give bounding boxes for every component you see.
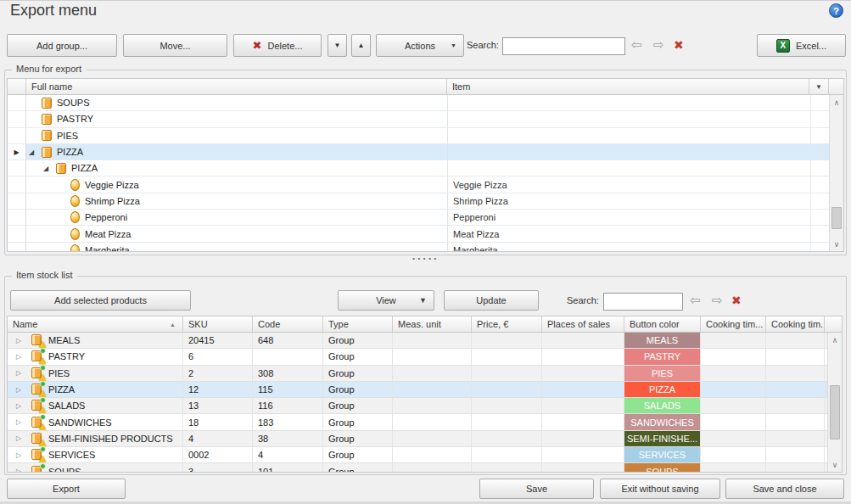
column-header-code[interactable]: Code <box>253 316 323 332</box>
name-label: SALADS <box>48 400 85 411</box>
move-down-button[interactable]: ▼ <box>328 34 347 57</box>
tree-node-label: PIZZA <box>71 163 98 173</box>
scroll-up-icon[interactable]: ∧ <box>830 95 843 109</box>
stock-table-row[interactable]: ▷PIZZA12115GroupPIZZA <box>8 382 842 398</box>
scroll-down-icon[interactable]: ∨ <box>830 237 843 251</box>
button-color-cell: SERVICES <box>624 447 701 462</box>
chevron-down-icon: ▼ <box>451 42 456 48</box>
delete-label: Delete... <box>267 41 302 51</box>
cell-value: Group <box>328 384 355 395</box>
excel-button[interactable]: X Excel... <box>757 34 846 57</box>
column-header-name[interactable]: Name▲ <box>8 316 183 332</box>
column-header-price[interactable]: Price, € <box>472 316 542 332</box>
column-header-cooking-tim[interactable]: Cooking tim... <box>766 316 825 332</box>
stock-search-input[interactable] <box>603 293 683 311</box>
stock-grid-scrollbar[interactable]: ∧ ∨ <box>827 333 842 472</box>
expand-icon[interactable]: ▷ <box>16 386 26 394</box>
expand-collapse-icon[interactable]: ◢ <box>29 148 42 156</box>
item-cell <box>448 111 811 126</box>
column-header-sku[interactable]: SKU <box>183 316 253 332</box>
full-name-cell: PIES <box>26 128 448 143</box>
column-header-full-name[interactable]: Full name <box>26 79 447 94</box>
stock-search-prev-icon[interactable]: ⇦ <box>690 294 701 307</box>
expand-icon[interactable]: ▷ <box>16 337 26 344</box>
group-folder-icon <box>42 98 52 109</box>
menu-tree-row[interactable]: ◢PIZZA <box>8 160 843 176</box>
save-button[interactable]: Save <box>479 479 594 499</box>
places-of-sales-cell <box>542 414 624 429</box>
item-cell: Meat Pizza <box>448 226 811 241</box>
scrollbar-thumb[interactable] <box>830 385 840 440</box>
menu-tree-row[interactable]: Shrimp PizzaShrimp Pizza <box>8 193 843 210</box>
help-icon[interactable]: ? <box>829 3 843 18</box>
export-button[interactable]: Export <box>7 479 126 499</box>
column-header-meas-unit[interactable]: Meas. unit <box>393 316 472 332</box>
expand-icon[interactable]: ▷ <box>16 369 26 377</box>
column-header-places-of-sales[interactable]: Places of sales <box>542 316 624 332</box>
splitter-handle[interactable]: ····· <box>0 255 851 265</box>
exit-without-saving-button[interactable]: Exit without saving <box>600 479 720 499</box>
expand-icon[interactable]: ▷ <box>16 402 26 410</box>
column-filter-dropdown-icon[interactable]: ▼ <box>809 79 829 94</box>
save-and-close-button[interactable]: Save and close <box>725 479 844 499</box>
menu-tree-row[interactable]: PepperoniPepperoni <box>8 210 843 226</box>
column-header-cooking-tim[interactable]: Cooking tim... <box>701 316 766 332</box>
update-button[interactable]: Update <box>444 290 539 311</box>
add-group-button[interactable]: Add group... <box>7 34 117 57</box>
price-cell <box>472 349 542 364</box>
stock-search-clear-icon[interactable]: ✖ <box>731 294 742 307</box>
menu-tree-row[interactable]: Meat PizzaMeat Pizza <box>8 226 843 242</box>
add-selected-products-button[interactable]: Add selected products <box>10 290 191 311</box>
move-up-button[interactable]: ▲ <box>351 34 371 57</box>
stock-table-row[interactable]: ▷PIES2308GroupPIES <box>8 366 842 382</box>
delete-button[interactable]: ✖ Delete... <box>233 34 322 57</box>
scroll-up-icon[interactable]: ∧ <box>828 333 842 347</box>
search-clear-icon[interactable]: ✖ <box>674 38 684 52</box>
column-header-type[interactable]: Type <box>323 316 393 332</box>
menu-tree-row[interactable]: MargheritaMargherita <box>8 243 843 252</box>
menu-grid-scrollbar[interactable]: ∧ ∨ <box>829 95 843 251</box>
actions-dropdown-button[interactable]: Actions ▼ <box>376 34 464 57</box>
stock-table-row[interactable]: ▷SEMI-FINISHED PRODUCTS438GroupSEMI-FINI… <box>8 431 842 447</box>
stock-table-row[interactable]: ▷SOUPS3101GroupSOUPS <box>8 463 842 473</box>
cell-value: 3 <box>188 467 193 473</box>
search-input[interactable] <box>502 37 625 55</box>
cooking-time-cell <box>766 349 825 364</box>
menu-tree-row[interactable]: PIES <box>8 128 843 144</box>
row-indicator-cell <box>8 111 26 126</box>
stock-search-next-icon[interactable]: ⇨ <box>712 294 723 307</box>
sku-cell: 3 <box>183 463 253 473</box>
stock-table-row[interactable]: ▷SANDWICHES18183GroupSANDWICHES <box>8 414 842 430</box>
column-header-item[interactable]: Item <box>447 79 809 94</box>
name-label: MEALS <box>48 335 80 345</box>
scroll-down-icon[interactable]: ∨ <box>828 457 842 472</box>
stock-table-row[interactable]: ▷SERVICES00024GroupSERVICES <box>8 447 842 463</box>
view-dropdown-button[interactable]: View ▼ <box>338 290 434 311</box>
search-prev-icon[interactable]: ⇦ <box>631 38 642 52</box>
stock-table-row[interactable]: ▷PASTRY6GroupPASTRY <box>8 349 842 365</box>
expand-icon[interactable]: ▷ <box>16 451 26 459</box>
move-down-icon: ▼ <box>334 42 341 49</box>
expand-icon[interactable]: ▷ <box>16 418 26 426</box>
button-color-cell: SOUPS <box>624 463 701 473</box>
warning-badge <box>39 357 46 364</box>
scrollbar-thumb[interactable] <box>831 207 842 229</box>
stock-table-row[interactable]: ▷SALADS13116GroupSALADS <box>8 398 842 414</box>
expand-collapse-icon[interactable]: ◢ <box>43 165 56 172</box>
column-header-button-color[interactable]: Button color <box>624 316 701 332</box>
search-next-icon[interactable]: ⇨ <box>653 38 664 52</box>
stock-table-row[interactable]: ▷MEALS20415648GroupMEALS <box>8 333 842 349</box>
cooking-time-cell <box>766 333 825 348</box>
menu-tree-row[interactable]: SOUPS <box>8 95 843 111</box>
menu-tree-row[interactable]: ▶◢PIZZA <box>8 144 843 160</box>
type-cell: Group <box>323 431 393 446</box>
expand-icon[interactable]: ▷ <box>16 434 26 442</box>
column-header-label: Cooking tim... <box>706 319 763 329</box>
group-folder-icon <box>56 163 66 174</box>
menu-tree-row[interactable]: Veggie PizzaVeggie Pizza <box>8 176 843 193</box>
menu-tree-row[interactable]: PASTRY <box>8 111 843 127</box>
button-color-swatch: SERVICES <box>624 447 700 462</box>
expand-icon[interactable]: ▷ <box>16 353 26 361</box>
expand-icon[interactable]: ▷ <box>16 468 26 473</box>
move-button[interactable]: Move... <box>123 34 227 57</box>
